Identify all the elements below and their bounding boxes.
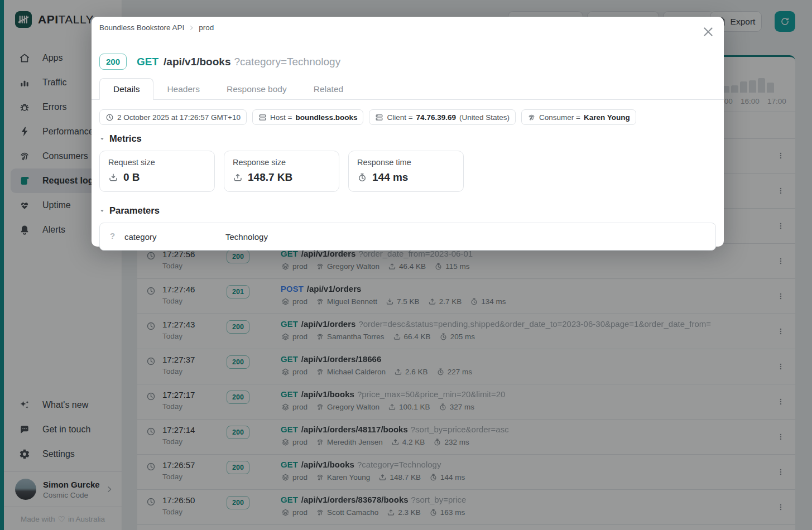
- info-badge: 2 October 2025 at 17:26:57 GMT+10: [99, 109, 247, 125]
- metric-value: 144 ms: [357, 171, 408, 184]
- metric-label: Response size: [233, 158, 286, 167]
- request-path: /api/v1/books: [164, 56, 230, 68]
- metric-value: 148.7 KB: [233, 171, 292, 184]
- breadcrumb-item: prod: [199, 23, 214, 32]
- close-icon[interactable]: [702, 25, 715, 38]
- clock-icon: [105, 113, 114, 122]
- server-icon: [375, 113, 383, 122]
- metric-cards: Request size0 BResponse size148.7 KBResp…: [99, 151, 464, 192]
- parameters-section-header[interactable]: Parameters: [99, 205, 160, 216]
- server-icon: [258, 113, 267, 122]
- metric-label: Request size: [108, 158, 155, 167]
- breadcrumb-item[interactable]: Boundless Bookstore API: [99, 23, 184, 32]
- upload-tray-icon: [233, 172, 243, 182]
- fingerprint-icon: [527, 113, 536, 122]
- request-info-badges: 2 October 2025 at 17:26:57 GMT+10Host = …: [99, 109, 636, 125]
- http-method: GET: [137, 56, 158, 68]
- parameter-row: ?categoryTechnology: [99, 223, 716, 250]
- parameter-list: ?categoryTechnology: [99, 223, 716, 250]
- tab-related[interactable]: Related: [300, 79, 357, 99]
- metric-value: 0 B: [108, 171, 140, 184]
- metrics-section-header[interactable]: Metrics: [99, 133, 142, 144]
- query-param-icon: ?: [110, 231, 115, 240]
- metric-card-response-time: Response time144 ms: [348, 151, 464, 192]
- metric-label: Response time: [357, 158, 411, 167]
- tab-response-body[interactable]: Response body: [213, 79, 300, 99]
- breadcrumb-separator-icon: [188, 25, 195, 31]
- request-query: ?category=Technology: [234, 56, 340, 68]
- metric-card-response-size: Response size148.7 KB: [224, 151, 339, 192]
- info-badge: Consumer = Karen Young: [521, 109, 636, 125]
- status-badge: 200: [99, 54, 127, 70]
- tab-headers[interactable]: Headers: [153, 79, 213, 99]
- metric-card-request-size: Request size0 B: [99, 151, 215, 192]
- breadcrumb: Boundless Bookstore APIprod: [99, 23, 214, 32]
- stopwatch-icon: [357, 172, 367, 182]
- tab-details[interactable]: Details: [99, 78, 153, 100]
- info-badge: Client = 74.76.39.69 (United States): [369, 109, 516, 125]
- download-tray-icon: [108, 172, 118, 182]
- parameter-value: Technology: [225, 232, 268, 242]
- info-badge: Host = boundless.books: [252, 109, 363, 125]
- parameter-name: category: [124, 232, 157, 242]
- request-detail-dialog: Boundless Bookstore APIprod 200 GET /api…: [92, 17, 724, 247]
- app: { "brand": {"name_bold": "API", "name_re…: [0, 0, 812, 530]
- request-title: 200 GET /api/v1/books ?category=Technolo…: [99, 54, 340, 70]
- dialog-tabs: DetailsHeadersResponse bodyRelated: [92, 79, 724, 100]
- caret-down-icon: [99, 208, 105, 214]
- caret-down-icon: [99, 136, 105, 142]
